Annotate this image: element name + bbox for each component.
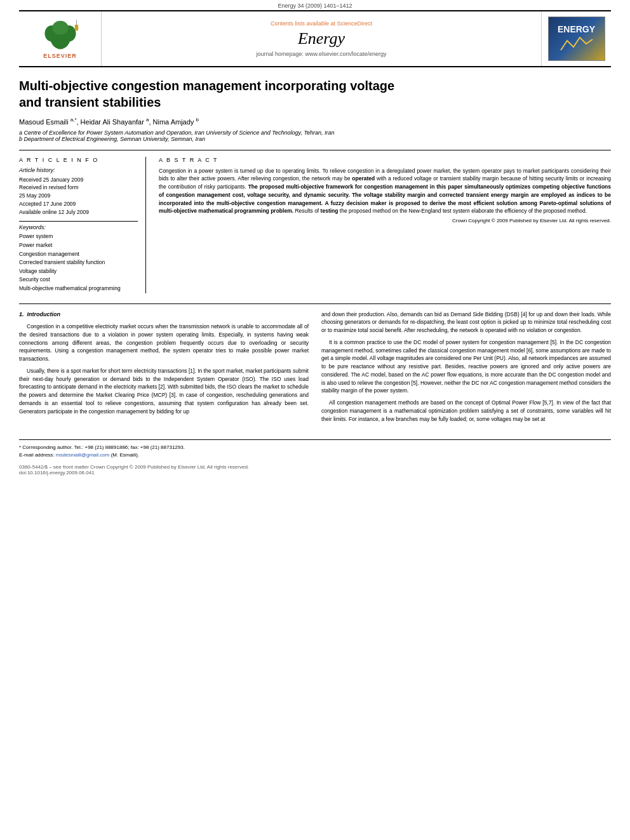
sciencedirect-link: Contents lists available at ScienceDirec… <box>271 20 372 27</box>
journal-homepage: journal homepage: www.elsevier.com/locat… <box>256 51 386 57</box>
article-title: Multi-objective congestion management in… <box>19 77 611 110</box>
keyword-3: Congestion management <box>19 250 138 259</box>
body-right-col: and down their production. Also, demands… <box>321 310 611 427</box>
authors-line: Masoud Esmaili a,*, Heidar Ali Shayanfar… <box>19 117 611 126</box>
abstract-text: Congestion in a power system is turned u… <box>159 167 611 216</box>
footer-area: * Corresponding author. Tel.: +98 (21) 8… <box>19 439 611 476</box>
journal-center: Contents lists available at ScienceDirec… <box>102 11 541 66</box>
article-info-label: A R T I C L E I N F O <box>19 157 138 163</box>
history-label: Article history: <box>19 167 138 173</box>
page: Energy 34 (2009) 1401–1412 ELSEVIER Con <box>0 0 630 840</box>
footer-copyright: 0360-5442/$ – see front matter Crown Cop… <box>19 464 611 476</box>
email-note: E-mail address: msdesmaili@gmail.com (M.… <box>19 451 611 459</box>
accepted-date: Accepted 17 June 2009 <box>19 200 138 208</box>
email-link[interactable]: msdesmaili@gmail.com <box>56 452 110 458</box>
available-date: Available online 12 July 2009 <box>19 208 138 217</box>
article-info-abstract-section: A R T I C L E I N F O Article history: R… <box>19 150 611 293</box>
journal-bar: Energy 34 (2009) 1401–1412 <box>0 0 630 10</box>
article-content: Multi-objective congestion management in… <box>0 67 630 486</box>
sciencedirect-name: ScienceDirect <box>337 20 373 27</box>
journal-citation: Energy 34 (2009) 1401–1412 <box>278 3 352 9</box>
intro-heading: 1. Introduction <box>19 310 309 319</box>
right-para-3: All congestion management methods are ba… <box>321 399 611 423</box>
revised-date: Received in revised form 25 May 2009 <box>19 183 138 200</box>
article-info-column: A R T I C L E I N F O Article history: R… <box>19 157 146 293</box>
svg-point-4 <box>52 20 68 34</box>
corresponding-author-note: * Corresponding author. Tel.: +98 (21) 8… <box>19 444 611 451</box>
keyword-4: Corrected transient stability function <box>19 258 138 267</box>
energy-logo-icon <box>558 34 596 53</box>
keyword-1: Power system <box>19 232 138 241</box>
affiliations: a Centre of Excellence for Power System … <box>19 130 611 142</box>
contents-label: Contents lists available at <box>271 20 335 27</box>
keyword-5: Voltage stability <box>19 267 138 276</box>
copyright-text: 0360-5442/$ – see front matter Crown Cop… <box>19 464 611 470</box>
affiliation-a: a Centre of Excellence for Power System … <box>19 130 611 136</box>
doi-text: doi:10.1016/j.energy.2009.06.041 <box>19 470 611 476</box>
svg-rect-5 <box>74 25 77 30</box>
journal-title: Energy <box>298 29 345 48</box>
keyword-7: Multi-objective mathematical programming <box>19 284 138 293</box>
energy-logo-image: ENERGY <box>548 17 605 61</box>
abstract-column: A B S T R A C T Congestion in a power sy… <box>159 157 611 293</box>
affiliation-b: b Department of Electrical Engineering, … <box>19 136 611 142</box>
body-left-col: 1. Introduction Congestion in a competit… <box>19 310 309 427</box>
elsevier-tree-icon <box>38 19 83 51</box>
intro-para-1: Congestion in a competitive electricity … <box>19 323 309 363</box>
elsevier-logo: ELSEVIER <box>19 11 102 66</box>
journal-header: ELSEVIER Contents lists available at Sci… <box>19 10 611 67</box>
energy-logo-text: ENERGY <box>558 24 595 34</box>
energy-logo-box: ENERGY <box>541 11 611 66</box>
keywords-label: Keywords: <box>19 224 138 230</box>
copyright-line: Crown Copyright © 2009 Published by Else… <box>159 218 611 223</box>
received-date: Received 25 January 2009 <box>19 176 138 184</box>
abstract-label: A B S T R A C T <box>159 157 611 163</box>
right-para-2: It is a common practice to use the DC mo… <box>321 338 611 395</box>
elsevier-brand-text: ELSEVIER <box>43 53 77 59</box>
keywords-section: Keywords: Power system Power market Cong… <box>19 221 138 293</box>
keyword-6: Security cost <box>19 276 138 284</box>
body-two-columns: 1. Introduction Congestion in a competit… <box>19 310 611 427</box>
right-para-1: and down their production. Also, demands… <box>321 310 611 335</box>
intro-para-2: Usually, there is a spot market for shor… <box>19 367 309 416</box>
section-divider <box>19 303 611 304</box>
keyword-2: Power market <box>19 241 138 250</box>
